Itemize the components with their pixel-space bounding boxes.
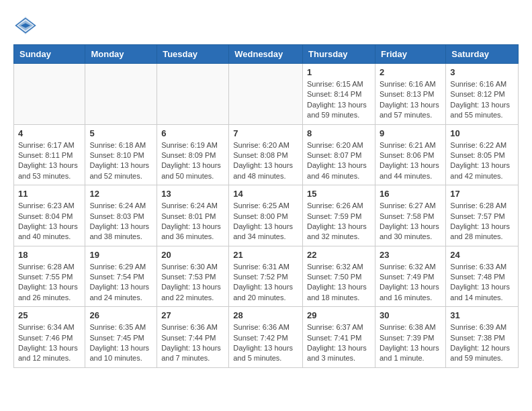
day-number: 15 [307,189,371,199]
day-info: Sunrise: 6:26 AM Sunset: 7:59 PM Dayligh… [307,201,371,242]
day-number: 10 [450,128,514,138]
day-number: 4 [18,128,81,138]
day-info: Sunrise: 6:18 AM Sunset: 8:10 PM Dayligh… [89,140,152,182]
day-info: Sunrise: 6:34 AM Sunset: 7:46 PM Dayligh… [18,322,81,364]
calendar-cell: 30Sunrise: 6:38 AM Sunset: 7:39 PM Dayli… [375,307,445,368]
calendar-cell: 21Sunrise: 6:31 AM Sunset: 7:52 PM Dayli… [229,246,303,307]
day-info: Sunrise: 6:17 AM Sunset: 8:11 PM Dayligh… [18,140,81,182]
week-row-2: 4Sunrise: 6:17 AM Sunset: 8:11 PM Daylig… [14,124,519,185]
calendar-cell: 15Sunrise: 6:26 AM Sunset: 7:59 PM Dayli… [303,185,375,246]
calendar-cell: 17Sunrise: 6:28 AM Sunset: 7:57 PM Dayli… [446,185,519,246]
calendar-cell: 9Sunrise: 6:21 AM Sunset: 8:06 PM Daylig… [375,124,445,185]
day-info: Sunrise: 6:28 AM Sunset: 7:55 PM Dayligh… [18,262,81,304]
day-info: Sunrise: 6:39 AM Sunset: 7:38 PM Dayligh… [450,322,514,364]
calendar-cell: 22Sunrise: 6:32 AM Sunset: 7:50 PM Dayli… [303,246,375,307]
weekday-header-tuesday: Tuesday [157,45,229,64]
day-number: 1 [307,67,371,77]
day-info: Sunrise: 6:37 AM Sunset: 7:41 PM Dayligh… [307,322,371,364]
day-number: 21 [233,250,298,260]
calendar-cell: 31Sunrise: 6:39 AM Sunset: 7:38 PM Dayli… [446,307,519,368]
calendar-cell: 12Sunrise: 6:24 AM Sunset: 8:03 PM Dayli… [85,185,157,246]
week-row-5: 25Sunrise: 6:34 AM Sunset: 7:46 PM Dayli… [14,307,519,368]
day-number: 31 [450,310,514,320]
day-number: 6 [161,128,224,138]
calendar-cell: 20Sunrise: 6:30 AM Sunset: 7:53 PM Dayli… [157,246,229,307]
day-info: Sunrise: 6:23 AM Sunset: 8:04 PM Dayligh… [18,201,81,242]
day-number: 3 [450,67,514,77]
day-info: Sunrise: 6:36 AM Sunset: 7:42 PM Dayligh… [233,322,298,364]
day-number: 23 [380,250,441,260]
calendar-cell: 6Sunrise: 6:19 AM Sunset: 8:09 PM Daylig… [157,124,229,185]
day-number: 27 [161,310,224,320]
day-number: 29 [307,310,371,320]
day-info: Sunrise: 6:32 AM Sunset: 7:50 PM Dayligh… [307,262,371,304]
day-info: Sunrise: 6:20 AM Sunset: 8:07 PM Dayligh… [307,140,371,182]
weekday-header-row: SundayMondayTuesdayWednesdayThursdayFrid… [14,45,519,64]
calendar-cell [14,64,85,125]
day-info: Sunrise: 6:35 AM Sunset: 7:45 PM Dayligh… [89,322,152,364]
calendar-cell: 24Sunrise: 6:33 AM Sunset: 7:48 PM Dayli… [446,246,519,307]
calendar-cell: 16Sunrise: 6:27 AM Sunset: 7:58 PM Dayli… [375,185,445,246]
calendar-cell: 18Sunrise: 6:28 AM Sunset: 7:55 PM Dayli… [14,246,85,307]
calendar-cell [229,64,303,125]
day-number: 25 [18,310,81,320]
day-info: Sunrise: 6:38 AM Sunset: 7:39 PM Dayligh… [380,322,441,364]
calendar-cell: 11Sunrise: 6:23 AM Sunset: 8:04 PM Dayli… [14,185,85,246]
day-number: 11 [18,189,81,199]
day-number: 14 [233,189,298,199]
day-number: 5 [89,128,152,138]
day-number: 7 [233,128,298,138]
page-header [13,13,519,38]
logo [13,13,40,38]
day-number: 18 [18,250,81,260]
day-number: 2 [380,67,441,77]
day-info: Sunrise: 6:33 AM Sunset: 7:48 PM Dayligh… [450,262,514,304]
day-info: Sunrise: 6:30 AM Sunset: 7:53 PM Dayligh… [161,262,224,304]
calendar-cell: 19Sunrise: 6:29 AM Sunset: 7:54 PM Dayli… [85,246,157,307]
calendar-cell [157,64,229,125]
calendar-cell: 3Sunrise: 6:16 AM Sunset: 8:12 PM Daylig… [446,64,519,125]
calendar-cell: 28Sunrise: 6:36 AM Sunset: 7:42 PM Dayli… [229,307,303,368]
day-number: 24 [450,250,514,260]
day-info: Sunrise: 6:24 AM Sunset: 8:03 PM Dayligh… [89,201,152,242]
day-number: 30 [380,310,441,320]
day-info: Sunrise: 6:19 AM Sunset: 8:09 PM Dayligh… [161,140,224,182]
calendar-cell: 7Sunrise: 6:20 AM Sunset: 8:08 PM Daylig… [229,124,303,185]
calendar-cell: 27Sunrise: 6:36 AM Sunset: 7:44 PM Dayli… [157,307,229,368]
week-row-1: 1Sunrise: 6:15 AM Sunset: 8:14 PM Daylig… [14,64,519,125]
week-row-3: 11Sunrise: 6:23 AM Sunset: 8:04 PM Dayli… [14,185,519,246]
day-info: Sunrise: 6:24 AM Sunset: 8:01 PM Dayligh… [161,201,224,242]
day-info: Sunrise: 6:27 AM Sunset: 7:58 PM Dayligh… [380,201,441,242]
weekday-header-wednesday: Wednesday [229,45,303,64]
day-info: Sunrise: 6:22 AM Sunset: 8:05 PM Dayligh… [450,140,514,182]
weekday-header-thursday: Thursday [303,45,375,64]
calendar-cell [85,64,157,125]
day-number: 13 [161,189,224,199]
day-number: 28 [233,310,298,320]
calendar-cell: 29Sunrise: 6:37 AM Sunset: 7:41 PM Dayli… [303,307,375,368]
weekday-header-sunday: Sunday [14,45,85,64]
day-info: Sunrise: 6:36 AM Sunset: 7:44 PM Dayligh… [161,322,224,364]
calendar-cell: 2Sunrise: 6:16 AM Sunset: 8:13 PM Daylig… [375,64,445,125]
day-number: 16 [380,189,441,199]
day-info: Sunrise: 6:29 AM Sunset: 7:54 PM Dayligh… [89,262,152,304]
day-info: Sunrise: 6:31 AM Sunset: 7:52 PM Dayligh… [233,262,298,304]
day-number: 12 [89,189,152,199]
day-info: Sunrise: 6:21 AM Sunset: 8:06 PM Dayligh… [380,140,441,182]
day-info: Sunrise: 6:28 AM Sunset: 7:57 PM Dayligh… [450,201,514,242]
calendar-cell: 14Sunrise: 6:25 AM Sunset: 8:00 PM Dayli… [229,185,303,246]
calendar-cell: 25Sunrise: 6:34 AM Sunset: 7:46 PM Dayli… [14,307,85,368]
calendar-cell: 23Sunrise: 6:32 AM Sunset: 7:49 PM Dayli… [375,246,445,307]
day-number: 19 [89,250,152,260]
calendar-table: SundayMondayTuesdayWednesdayThursdayFrid… [13,44,519,368]
week-row-4: 18Sunrise: 6:28 AM Sunset: 7:55 PM Dayli… [14,246,519,307]
day-number: 8 [307,128,371,138]
day-info: Sunrise: 6:32 AM Sunset: 7:49 PM Dayligh… [380,262,441,304]
weekday-header-monday: Monday [85,45,157,64]
day-number: 17 [450,189,514,199]
day-info: Sunrise: 6:15 AM Sunset: 8:14 PM Dayligh… [307,79,371,121]
calendar-cell: 10Sunrise: 6:22 AM Sunset: 8:05 PM Dayli… [446,124,519,185]
day-number: 26 [89,310,152,320]
calendar-cell: 1Sunrise: 6:15 AM Sunset: 8:14 PM Daylig… [303,64,375,125]
calendar-cell: 13Sunrise: 6:24 AM Sunset: 8:01 PM Dayli… [157,185,229,246]
